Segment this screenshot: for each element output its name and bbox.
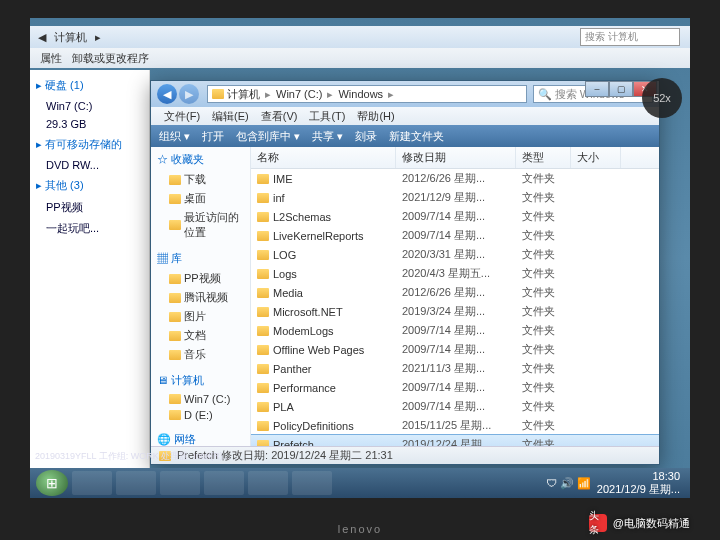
file-size (571, 330, 621, 332)
tree-item[interactable]: PP视频 (155, 269, 246, 288)
overlay-badge: 52x (642, 78, 682, 118)
file-row[interactable]: inf2021/12/9 星期...文件夹 (251, 188, 659, 207)
tree-group[interactable]: 🌐 网络 (155, 429, 246, 446)
tree-group[interactable]: ▦ 库 (155, 248, 246, 269)
file-row[interactable]: Microsoft.NET2019/3/24 星期...文件夹 (251, 302, 659, 321)
file-row[interactable]: Logs2020/4/3 星期五...文件夹 (251, 264, 659, 283)
back-tree-item[interactable]: DVD RW... (36, 156, 143, 174)
col-date[interactable]: 修改日期 (396, 147, 516, 168)
tree-group[interactable]: 🖥 计算机 (155, 370, 246, 391)
menu-item[interactable]: 工具(T) (304, 109, 350, 124)
task-item[interactable] (292, 471, 332, 495)
file-row[interactable]: ModemLogs2009/7/14 星期...文件夹 (251, 321, 659, 340)
maximize-button[interactable]: ▢ (609, 81, 633, 97)
tree-item[interactable]: Win7 (C:) (155, 391, 246, 407)
tree-item[interactable]: 桌面 (155, 189, 246, 208)
file-name: Prefetch (273, 439, 314, 447)
back-left-panel: ▸ 硬盘 (1)Win7 (C:)29.3 GB▸ 有可移动存储的DVD RW.… (30, 70, 150, 468)
back-tree-item[interactable]: 29.3 GB (36, 115, 143, 133)
toolbar-item[interactable]: 新建文件夹 (389, 129, 444, 144)
file-date: 2009/7/14 星期... (396, 227, 516, 244)
file-size (571, 368, 621, 370)
file-row[interactable]: PLA2009/7/14 星期...文件夹 (251, 397, 659, 416)
file-type: 文件夹 (516, 398, 571, 415)
back-tree-item[interactable]: 一起玩吧... (36, 218, 143, 239)
file-row[interactable]: L2Schemas2009/7/14 星期...文件夹 (251, 207, 659, 226)
tray-icons[interactable]: 🛡 🔊 📶 (546, 477, 591, 490)
breadcrumb-item[interactable]: Windows (335, 88, 386, 100)
task-item[interactable] (116, 471, 156, 495)
taskbar[interactable]: 🛡 🔊 📶 18:30 2021/12/9 星期... (30, 468, 690, 498)
back-tree-item[interactable]: PP视频 (36, 197, 143, 218)
toolbar-item[interactable]: 打开 (202, 129, 224, 144)
file-row[interactable]: Offline Web Pages2009/7/14 星期...文件夹 (251, 340, 659, 359)
breadcrumb-item[interactable]: 计算机 (224, 87, 263, 102)
file-row[interactable]: Prefetch2019/12/24 星期...文件夹 (251, 435, 659, 446)
task-item[interactable] (204, 471, 244, 495)
file-name: Panther (273, 363, 312, 375)
menu-item[interactable]: 帮助(H) (352, 109, 399, 124)
file-row[interactable]: Performance2009/7/14 星期...文件夹 (251, 378, 659, 397)
col-name[interactable]: 名称 (251, 147, 396, 168)
search-icon: 🔍 (538, 88, 552, 101)
back-tree-header[interactable]: ▸ 硬盘 (1) (36, 74, 143, 97)
tree-item[interactable]: 腾讯视频 (155, 288, 246, 307)
col-type[interactable]: 类型 (516, 147, 571, 168)
file-row[interactable]: LOG2020/3/31 星期...文件夹 (251, 245, 659, 264)
file-row[interactable]: Media2012/6/26 星期...文件夹 (251, 283, 659, 302)
tree-item[interactable]: 最近访问的位置 (155, 208, 246, 242)
tree-item[interactable]: 文档 (155, 326, 246, 345)
menu-item[interactable]: 查看(V) (256, 109, 303, 124)
folder-icon (257, 193, 269, 203)
back-nav[interactable]: ◀ (38, 31, 46, 44)
toolbar-item[interactable]: 包含到库中 ▾ (236, 129, 300, 144)
back-tree-header[interactable]: ▸ 有可移动存储的 (36, 133, 143, 156)
tree-group[interactable]: ☆ 收藏夹 (155, 149, 246, 170)
tree-item[interactable]: 下载 (155, 170, 246, 189)
tree-item[interactable]: D (E:) (155, 407, 246, 423)
file-size (571, 292, 621, 294)
file-row[interactable]: Panther2021/11/3 星期...文件夹 (251, 359, 659, 378)
drive-icon (212, 89, 224, 99)
nav-back-icon[interactable]: ◀ (157, 84, 177, 104)
file-row[interactable]: PolicyDefinitions2015/11/25 星期...文件夹 (251, 416, 659, 435)
minimize-button[interactable]: – (585, 81, 609, 97)
file-type: 文件夹 (516, 341, 571, 358)
task-item[interactable] (72, 471, 112, 495)
file-date: 2020/4/3 星期五... (396, 265, 516, 282)
task-item[interactable] (160, 471, 200, 495)
file-row[interactable]: IME2012/6/26 星期...文件夹 (251, 169, 659, 188)
tree-item[interactable]: 图片 (155, 307, 246, 326)
menu-item[interactable]: 编辑(E) (207, 109, 254, 124)
back-tb-uninstall[interactable]: 卸载或更改程序 (72, 51, 149, 66)
folder-icon (169, 350, 181, 360)
file-list: 名称 修改日期 类型 大小 IME2012/6/26 星期...文件夹inf20… (251, 147, 659, 446)
file-date: 2015/11/25 星期... (396, 417, 516, 434)
file-type: 文件夹 (516, 170, 571, 187)
column-headers[interactable]: 名称 修改日期 类型 大小 (251, 147, 659, 169)
system-tray[interactable]: 🛡 🔊 📶 18:30 2021/12/9 星期... (546, 470, 684, 497)
back-tree-item[interactable]: Win7 (C:) (36, 97, 143, 115)
watermark: 头条 @电脑数码精通 (589, 514, 690, 532)
back-toolbar: 属性 卸载或更改程序 (30, 48, 690, 68)
task-item[interactable] (248, 471, 288, 495)
file-date: 2009/7/14 星期... (396, 398, 516, 415)
toolbar-item[interactable]: 刻录 (355, 129, 377, 144)
nav-forward-icon[interactable]: ▶ (179, 84, 199, 104)
file-size (571, 273, 621, 275)
back-tree-header[interactable]: ▸ 其他 (3) (36, 174, 143, 197)
address-bar[interactable]: 计算机▸Win7 (C:)▸Windows▸ (207, 85, 527, 103)
window-titlebar[interactable]: ◀ ▶ 计算机▸Win7 (C:)▸Windows▸ 🔍 搜索 Windows … (151, 81, 659, 107)
toolbar-item[interactable]: 组织 ▾ (159, 129, 190, 144)
back-breadcrumb[interactable]: 计算机 (54, 30, 87, 45)
menu-item[interactable]: 文件(F) (159, 109, 205, 124)
back-search-box[interactable]: 搜索 计算机 (580, 28, 680, 46)
file-row[interactable]: LiveKernelReports2009/7/14 星期...文件夹 (251, 226, 659, 245)
toolbar-item[interactable]: 共享 ▾ (312, 129, 343, 144)
col-size[interactable]: 大小 (571, 147, 621, 168)
tree-item[interactable]: 音乐 (155, 345, 246, 364)
start-button[interactable] (36, 470, 68, 496)
breadcrumb-item[interactable]: Win7 (C:) (273, 88, 325, 100)
back-tb-props[interactable]: 属性 (40, 51, 62, 66)
folder-icon (169, 274, 181, 284)
